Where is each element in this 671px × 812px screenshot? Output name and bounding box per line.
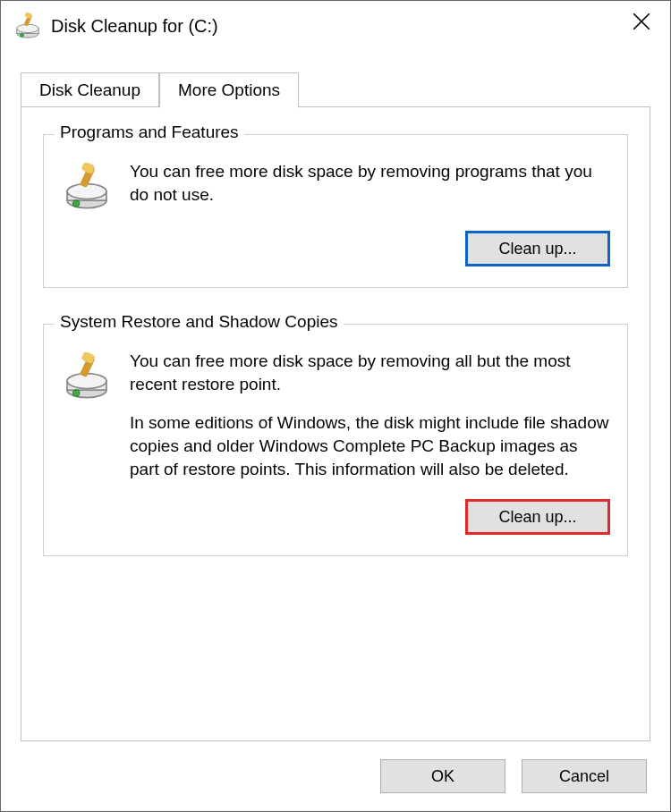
programs-description-text: You can free more disk space by removing… xyxy=(130,160,609,206)
tab-disk-cleanup[interactable]: Disk Cleanup xyxy=(21,72,159,107)
tab-more-options[interactable]: More Options xyxy=(159,72,299,108)
programs-description: You can free more disk space by removing… xyxy=(130,160,609,206)
group-programs-and-features: Programs and Features You can free more … xyxy=(43,134,628,288)
group-system-restore: System Restore and Shadow Copies You can… xyxy=(43,324,628,556)
restore-description-text-1: You can free more disk space by removing… xyxy=(130,350,609,395)
close-button[interactable] xyxy=(616,3,667,40)
disk-cleanup-window: Disk Cleanup for (C:) Disk Cleanup More … xyxy=(0,0,671,812)
svg-point-17 xyxy=(72,390,79,396)
disk-cleanup-icon xyxy=(62,351,112,402)
cleanup-programs-button[interactable]: Clean up... xyxy=(466,232,609,266)
titlebar: Disk Cleanup for (C:) xyxy=(1,1,670,51)
restore-description-text-2: In some editions of Windows, the disk mi… xyxy=(130,411,609,480)
close-icon xyxy=(633,13,650,30)
restore-description: You can free more disk space by removing… xyxy=(130,350,609,480)
dialog-footer: OK Cancel xyxy=(1,741,670,811)
svg-point-3 xyxy=(20,33,23,37)
tab-panel-more-options: Programs and Features You can free more … xyxy=(21,106,650,741)
window-title: Disk Cleanup for (C:) xyxy=(51,16,616,37)
ok-button[interactable]: OK xyxy=(380,759,505,793)
cleanup-restore-button[interactable]: Clean up... xyxy=(466,500,609,534)
tab-strip: Disk Cleanup More Options xyxy=(1,51,670,106)
disk-cleanup-icon xyxy=(13,12,42,40)
disk-cleanup-icon xyxy=(62,162,112,212)
group-title-restore: System Restore and Shadow Copies xyxy=(55,312,344,332)
svg-point-11 xyxy=(72,200,79,207)
group-title-programs: Programs and Features xyxy=(55,123,244,142)
cancel-button[interactable]: Cancel xyxy=(522,759,647,793)
